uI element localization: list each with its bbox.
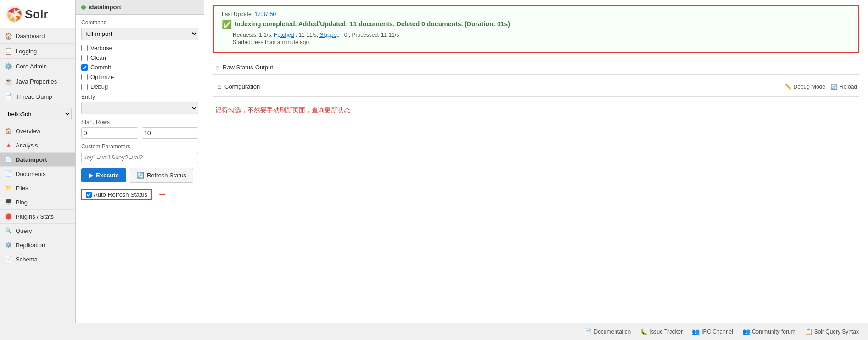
sidebar-item-label: Logging — [16, 48, 37, 55]
reload-label: Reload — [840, 84, 857, 90]
reload-button[interactable]: 🔄 Reload — [831, 84, 857, 90]
core-nav-ping[interactable]: 🖥️ Ping — [0, 195, 75, 210]
core-selector[interactable]: helloSolr — [4, 108, 72, 120]
sidebar-item-core-admin[interactable]: ⚙️ Core Admin — [0, 59, 75, 74]
command-select[interactable]: full-importdelta-importstatusreload-conf… — [81, 28, 198, 40]
main-layout: Solr 🏠 Dashboard 📋 Logging ⚙️ Core Admin… — [0, 0, 868, 323]
started-text: Started: less than a minute ago — [233, 39, 309, 45]
logo-area: Solr — [0, 0, 75, 28]
execute-button[interactable]: ▶ Execute — [81, 168, 126, 182]
documents-icon: 📄 — [5, 170, 12, 177]
community-forum-label: Community forum — [752, 329, 795, 335]
footer-solr-query-syntax[interactable]: 📋 Solr Query Syntax — [805, 328, 859, 335]
start-input[interactable] — [81, 127, 138, 139]
core-nav-label: Ping — [16, 199, 28, 206]
core-nav-label: Files — [16, 185, 28, 192]
core-nav-label: Schema — [16, 256, 38, 263]
optimize-label: Optimize — [90, 74, 114, 80]
skipped-value: : 0 , Processed: 11 11/s — [341, 32, 399, 38]
core-nav-documents[interactable]: 📄 Documents — [0, 167, 75, 181]
sidebar-item-logging[interactable]: 📋 Logging — [0, 44, 75, 59]
custom-params-section — [81, 152, 198, 168]
core-nav-query[interactable]: 🔍 Query — [0, 224, 75, 238]
verbose-checkbox[interactable] — [81, 45, 88, 51]
content-area: Last Update: 17:37:50 ✅ Indexing complet… — [204, 0, 868, 323]
clean-checkbox[interactable] — [81, 55, 88, 61]
clean-label: Clean — [90, 54, 106, 61]
debug-checkbox[interactable] — [81, 84, 88, 90]
footer: 📄 Documentation 🐛 Issue Tracker 👥 IRC Ch… — [0, 323, 868, 340]
chinese-annotation: 记得勾选，不然要手动刷新页面，查询更新状态 — [213, 99, 859, 122]
reload-icon: 🔄 — [831, 84, 838, 90]
core-select[interactable]: helloSolr — [4, 108, 72, 120]
panel-title: /dataimport — [89, 4, 121, 11]
sidebar-item-dashboard[interactable]: 🏠 Dashboard — [0, 28, 75, 44]
core-nav-schema[interactable]: 📄 Schema — [0, 252, 75, 266]
schema-icon: 📄 — [5, 255, 12, 263]
verbose-label: Verbose — [90, 45, 112, 51]
rows-input[interactable] — [142, 127, 199, 139]
commit-checkbox[interactable] — [81, 64, 88, 71]
dashboard-icon: 🏠 — [5, 32, 12, 40]
debug-label: Debug — [90, 83, 108, 90]
issue-tracker-label: Issue Tracker — [650, 329, 683, 335]
solr-logo-icon — [5, 5, 24, 24]
core-nav-label: Analysis — [16, 142, 38, 149]
status-started-detail: Started: less than a minute ago — [233, 39, 851, 45]
last-update-time[interactable]: 17:37:50 — [254, 11, 276, 17]
footer-documentation[interactable]: 📄 Documentation — [584, 328, 631, 335]
sidebar-item-label: Thread Dump — [16, 93, 52, 100]
execute-label: Execute — [96, 172, 119, 179]
solr-query-syntax-icon: 📋 — [805, 328, 812, 335]
checkbox-clean: Clean — [81, 54, 198, 61]
fetched-link[interactable]: Fetched — [274, 32, 294, 38]
entity-select[interactable] — [81, 102, 198, 114]
issue-tracker-icon: 🐛 — [640, 328, 648, 335]
core-nav-files[interactable]: 📁 Files — [0, 181, 75, 195]
custom-params-input[interactable] — [81, 152, 198, 163]
footer-community-forum[interactable]: 👥 Community forum — [742, 328, 795, 335]
core-nav-label: Overview — [16, 128, 40, 135]
raw-status-header[interactable]: ⊟ Raw Status-Output — [213, 60, 859, 74]
debug-mode-button[interactable]: ✏️ Debug-Mode — [785, 84, 825, 90]
irc-channel-label: IRC Channel — [701, 329, 733, 335]
arrow-right-icon: → — [157, 188, 168, 200]
raw-status-label: Raw Status-Output — [223, 64, 273, 71]
raw-status-section: ⊟ Raw Status-Output — [213, 60, 859, 75]
documentation-label: Documentation — [594, 329, 631, 335]
replication-icon: ⚙️ — [5, 241, 12, 249]
refresh-button[interactable]: 🔄 Refresh Status — [130, 168, 193, 183]
configuration-section: ⊟ Configuration ✏️ Debug-Mode 🔄 Reload — [213, 77, 859, 97]
middle-panel: /dataimport Command full-importdelta-imp… — [76, 0, 204, 323]
optimize-checkbox[interactable] — [81, 74, 88, 80]
auto-refresh-box: Auto-Refresh Status — [81, 189, 152, 200]
sidebar-item-thread-dump[interactable]: 📄 Thread Dump — [0, 89, 75, 104]
sidebar-item-label: Dashboard — [16, 33, 45, 40]
configuration-header[interactable]: ⊟ Configuration — [215, 79, 262, 94]
skipped-link[interactable]: Skipped — [319, 32, 339, 38]
auto-refresh-checkbox[interactable] — [86, 192, 92, 198]
core-nav-replication[interactable]: ⚙️ Replication — [0, 238, 75, 252]
collapse-icon: ⊟ — [215, 64, 220, 71]
core-nav-analysis[interactable]: 🔺 Analysis — [0, 138, 75, 153]
form-section: Command full-importdelta-importstatusrel… — [76, 15, 204, 205]
core-nav-dataimport[interactable]: 📄 Dataimport — [0, 153, 75, 167]
community-forum-icon: 👥 — [742, 328, 750, 335]
config-actions: ✏️ Debug-Mode 🔄 Reload — [785, 84, 857, 90]
auto-refresh-label: Auto-Refresh Status — [94, 191, 147, 198]
sidebar: Solr 🏠 Dashboard 📋 Logging ⚙️ Core Admin… — [0, 0, 76, 323]
status-requests-detail: Requests: 1 1/s, Fetched : 11 11/s, Skip… — [233, 32, 851, 38]
core-nav-label: Plugins / Stats — [16, 213, 54, 220]
checkbox-debug: Debug — [81, 83, 198, 90]
last-update: Last Update: 17:37:50 — [222, 11, 851, 17]
core-nav-plugins-stats[interactable]: 🔴 Plugins / Stats — [0, 210, 75, 224]
core-nav-overview[interactable]: 🏠 Overview — [0, 124, 75, 138]
footer-irc-channel[interactable]: 👥 IRC Channel — [692, 328, 733, 335]
plugins-icon: 🔴 — [5, 213, 12, 220]
start-rows-label: Start, Rows — [81, 119, 198, 125]
sidebar-item-label: Core Admin — [16, 63, 47, 70]
sidebar-item-java-properties[interactable]: ☕ Java Properties — [0, 74, 75, 89]
footer-issue-tracker[interactable]: 🐛 Issue Tracker — [640, 328, 683, 335]
svg-point-1 — [11, 11, 17, 17]
command-label: Command — [81, 19, 198, 26]
